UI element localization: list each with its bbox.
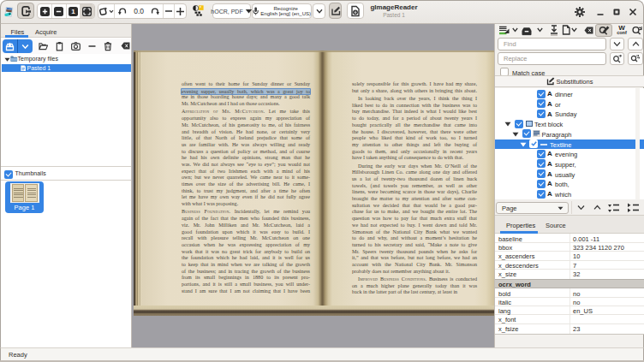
svg-text:1: 1	[71, 8, 75, 15]
